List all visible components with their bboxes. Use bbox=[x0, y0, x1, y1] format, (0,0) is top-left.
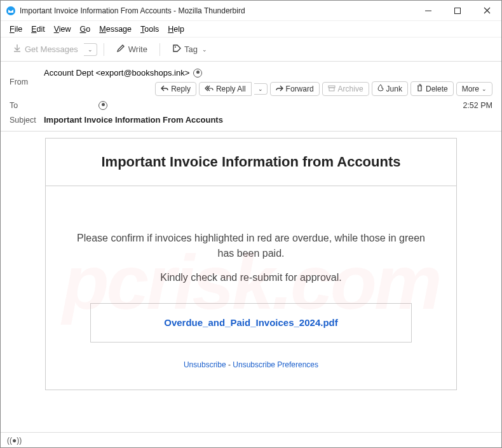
email-paragraph-1: Please confirm if invoices highlighted i… bbox=[71, 231, 431, 261]
tag-button[interactable]: Tag ⌄ bbox=[166, 41, 213, 58]
svg-rect-2 bbox=[455, 8, 461, 13]
message-actions: Reply Reply All ⌄ Forward Archive bbox=[155, 81, 492, 96]
from-address[interactable]: Account Dept <export@bookshops.ink> bbox=[44, 68, 189, 78]
message-time: 2:52 PM bbox=[463, 101, 492, 110]
subject-row: Subject Important Invoice Information Fr… bbox=[10, 112, 492, 127]
archive-icon bbox=[328, 85, 336, 93]
close-button[interactable] bbox=[472, 1, 501, 20]
to-row: To 2:52 PM bbox=[10, 98, 492, 112]
unsubscribe-link[interactable]: Unsubscribe bbox=[184, 360, 226, 369]
from-label: From bbox=[10, 78, 44, 86]
minimize-button[interactable] bbox=[414, 1, 443, 20]
get-messages-label: Get Messages bbox=[25, 44, 78, 54]
separator bbox=[104, 43, 104, 56]
pencil-icon bbox=[116, 44, 125, 55]
from-row: From Account Dept <export@bookshops.ink>… bbox=[10, 65, 492, 98]
archive-label: Archive bbox=[338, 85, 363, 93]
junk-label: Junk bbox=[386, 85, 402, 93]
forward-icon bbox=[276, 85, 283, 93]
window-controls bbox=[414, 1, 501, 20]
menu-file[interactable]: File bbox=[6, 24, 26, 35]
separator bbox=[159, 43, 160, 56]
delete-button[interactable]: Delete bbox=[410, 81, 454, 96]
forward-button[interactable]: Forward bbox=[270, 82, 320, 96]
activity-icon: ((●)) bbox=[7, 436, 22, 445]
unsubscribe-row: Unsubscribe - Unsubscribe Preferences bbox=[71, 359, 431, 370]
email-paragraph-2: Kindly check and re-submit for approval. bbox=[71, 270, 431, 285]
more-button[interactable]: More ⌄ bbox=[456, 82, 492, 96]
titlebar: Important Invoice Information From Accou… bbox=[1, 1, 501, 21]
tag-label: Tag bbox=[184, 44, 198, 54]
maximize-button[interactable] bbox=[443, 1, 472, 20]
email-heading: Important Invoice Information from Accou… bbox=[58, 153, 444, 172]
write-button[interactable]: Write bbox=[111, 41, 153, 58]
reply-button[interactable]: Reply bbox=[155, 82, 196, 96]
svg-rect-7 bbox=[329, 88, 334, 91]
contact-icon[interactable] bbox=[193, 69, 202, 78]
chevron-down-icon: ⌄ bbox=[482, 86, 487, 92]
attachment-box: Overdue_and_Paid_Invoices_2024.pdf bbox=[90, 303, 412, 343]
from-value: Account Dept <export@bookshops.ink> Repl… bbox=[44, 68, 492, 96]
menu-edit[interactable]: Edit bbox=[27, 24, 49, 35]
menu-view[interactable]: View bbox=[50, 24, 75, 35]
reply-label: Reply bbox=[171, 85, 191, 93]
tag-icon bbox=[172, 44, 181, 55]
menu-help[interactable]: Help bbox=[164, 24, 188, 35]
email-body-block: Please confirm if invoices highlighted i… bbox=[46, 186, 456, 390]
reply-all-button[interactable]: Reply All bbox=[199, 82, 252, 96]
reply-icon bbox=[161, 85, 168, 93]
forward-label: Forward bbox=[286, 85, 314, 93]
download-icon bbox=[13, 44, 22, 55]
toolbar: Get Messages ⌄ Write Tag ⌄ bbox=[1, 37, 501, 62]
thunderbird-icon bbox=[6, 6, 16, 16]
reply-all-dropdown[interactable]: ⌄ bbox=[254, 83, 268, 95]
get-messages-dropdown[interactable]: ⌄ bbox=[84, 43, 97, 56]
statusbar: ((●)) bbox=[1, 432, 501, 447]
more-label: More bbox=[462, 85, 479, 93]
get-messages-button[interactable]: Get Messages bbox=[7, 41, 84, 58]
contact-icon[interactable] bbox=[98, 101, 107, 110]
flame-icon bbox=[377, 84, 384, 93]
menubar: File Edit View Go Message Tools Help bbox=[1, 21, 501, 37]
svg-point-0 bbox=[6, 6, 15, 15]
unsubscribe-prefs-link[interactable]: Unsubscribe Preferences bbox=[233, 360, 318, 369]
email-heading-block: Important Invoice Information from Accou… bbox=[46, 139, 456, 186]
reply-all-label: Reply All bbox=[216, 85, 246, 93]
message-headers: From Account Dept <export@bookshops.ink>… bbox=[1, 62, 501, 132]
to-label: To bbox=[10, 101, 44, 110]
subject-value: Important Invoice Information From Accou… bbox=[44, 115, 492, 125]
reply-all-icon bbox=[205, 85, 214, 93]
email-card: Important Invoice Information from Accou… bbox=[45, 138, 457, 390]
archive-button[interactable]: Archive bbox=[322, 82, 369, 96]
message-body[interactable]: pcrisk.com Important Invoice Information… bbox=[1, 132, 501, 432]
svg-point-5 bbox=[175, 46, 176, 48]
menu-tools[interactable]: Tools bbox=[137, 24, 163, 35]
subject-label: Subject bbox=[10, 116, 44, 125]
menu-go[interactable]: Go bbox=[76, 24, 95, 35]
junk-button[interactable]: Junk bbox=[372, 81, 408, 96]
app-window: Important Invoice Information From Accou… bbox=[0, 0, 502, 448]
to-value: 2:52 PM bbox=[44, 101, 492, 110]
attachment-link[interactable]: Overdue_and_Paid_Invoices_2024.pdf bbox=[164, 317, 337, 328]
delete-label: Delete bbox=[426, 85, 448, 93]
trash-icon bbox=[416, 84, 423, 93]
chevron-down-icon: ⌄ bbox=[202, 46, 207, 53]
unsub-separator: - bbox=[226, 360, 233, 369]
write-label: Write bbox=[128, 44, 147, 54]
window-title: Important Invoice Information From Accou… bbox=[20, 6, 414, 15]
menu-message[interactable]: Message bbox=[95, 24, 135, 35]
